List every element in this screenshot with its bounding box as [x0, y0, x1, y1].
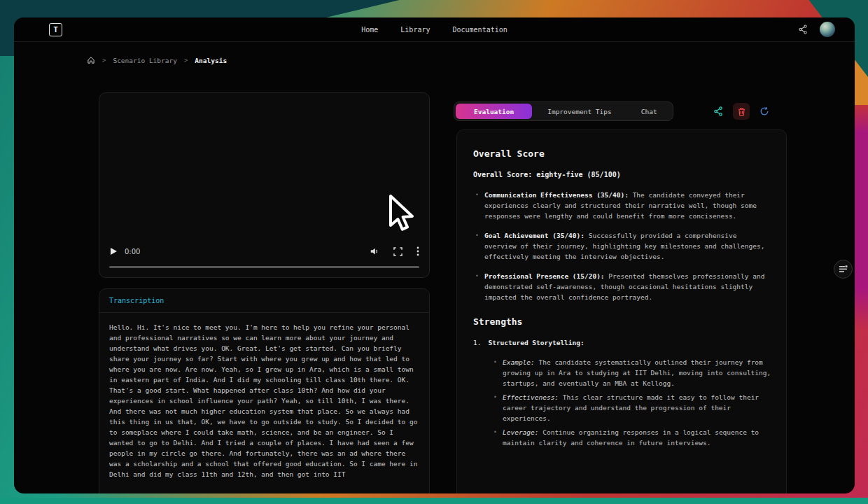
main-nav: Home Library Documentation	[14, 18, 855, 42]
point-label: Leverage:	[503, 428, 538, 436]
breadcrumb-separator: >	[102, 57, 106, 64]
strength-points: Example: The candidate systematically ou…	[491, 357, 772, 448]
kebab-menu-icon[interactable]	[416, 246, 419, 256]
video-seekbar[interactable]	[109, 266, 419, 268]
transcription-text: Hello. Hi. It's nice to meet you. I'm he…	[99, 313, 429, 489]
strength-point-leverage: Leverage: Continue organizing responses …	[491, 427, 772, 448]
criterion-goal-achievement: Goal Achievement (35/40): Successfully p…	[473, 230, 772, 262]
evaluation-panel: Overall Score Overall Score: eighty-five…	[456, 130, 787, 493]
share-icon[interactable]	[797, 24, 808, 35]
list-settings-icon	[839, 265, 848, 272]
overall-score-heading: Overall Score	[473, 148, 772, 160]
tab-improvement-tips[interactable]: Improvement Tips	[533, 104, 626, 119]
strength-number: 1.	[473, 337, 481, 348]
nav-home[interactable]: Home	[361, 26, 378, 34]
point-label: Effectiveness:	[503, 393, 559, 401]
criterion-label: Professional Presence (15/20):	[484, 272, 605, 280]
tab-actions	[710, 103, 773, 120]
breadcrumb: > Scenario Library > Analysis	[87, 56, 227, 64]
criterion-communication: Communication Effectiveness (35/40): The…	[473, 190, 772, 221]
share-analysis-icon[interactable]	[710, 103, 727, 120]
transcription-card: Transcription Hello. Hi. It's nice to me…	[99, 288, 430, 493]
transcription-title: Transcription	[99, 289, 429, 313]
strength-point-effectiveness: Effectiveness: This clear structure made…	[491, 392, 772, 424]
criterion-label: Goal Achievement (35/40):	[484, 232, 584, 239]
avatar[interactable]	[820, 22, 835, 37]
criterion-label: Communication Effectiveness (35/40):	[484, 191, 629, 199]
tab-evaluation[interactable]: Evaluation	[456, 104, 532, 119]
breadcrumb-scenario-library[interactable]: Scenario Library	[113, 57, 177, 64]
video-controls-right	[370, 246, 419, 256]
nav-documentation[interactable]: Documentation	[452, 26, 507, 34]
topbar-actions	[797, 22, 835, 37]
home-icon[interactable]	[87, 56, 95, 64]
strength-title: Structured Storytelling:	[488, 337, 584, 348]
point-text: The candidate systematically outlined th…	[503, 358, 771, 387]
refresh-icon[interactable]	[756, 103, 773, 120]
app-window: T Home Library Documentation > Scenario …	[14, 18, 855, 493]
point-label: Example:	[503, 358, 535, 366]
point-text: Continue organizing responses in a logic…	[503, 428, 759, 447]
tab-chat[interactable]: Chat	[627, 104, 671, 119]
app-logo[interactable]: T	[49, 23, 62, 36]
video-player[interactable]: 0:00	[99, 92, 430, 278]
analysis-tabs: Evaluation Improvement Tips Chat	[454, 102, 673, 121]
fullscreen-icon[interactable]	[393, 247, 402, 256]
overall-score-value: Overall Score: eighty-five (85/100)	[473, 169, 772, 180]
analysis-tabrow: Evaluation Improvement Tips Chat	[454, 102, 773, 121]
panel-toggle-button[interactable]	[834, 260, 853, 279]
topbar: T Home Library Documentation	[14, 18, 855, 42]
volume-icon[interactable]	[370, 246, 379, 256]
video-current-time: 0:00	[125, 248, 140, 255]
play-icon[interactable]	[109, 247, 118, 255]
video-controls: 0:00	[99, 242, 429, 260]
breadcrumb-current: Analysis	[195, 57, 227, 64]
strengths-heading: Strengths	[473, 316, 772, 328]
strength-point-example: Example: The candidate systematically ou…	[491, 357, 772, 388]
breadcrumb-separator: >	[184, 57, 188, 64]
nav-library[interactable]: Library	[400, 26, 430, 34]
strength-item: 1. Structured Storytelling:	[473, 337, 772, 348]
background-shape-bottom-strip	[0, 498, 868, 504]
delete-icon[interactable]	[733, 103, 750, 120]
criterion-professional-presence: Professional Presence (15/20): Presented…	[473, 271, 772, 302]
